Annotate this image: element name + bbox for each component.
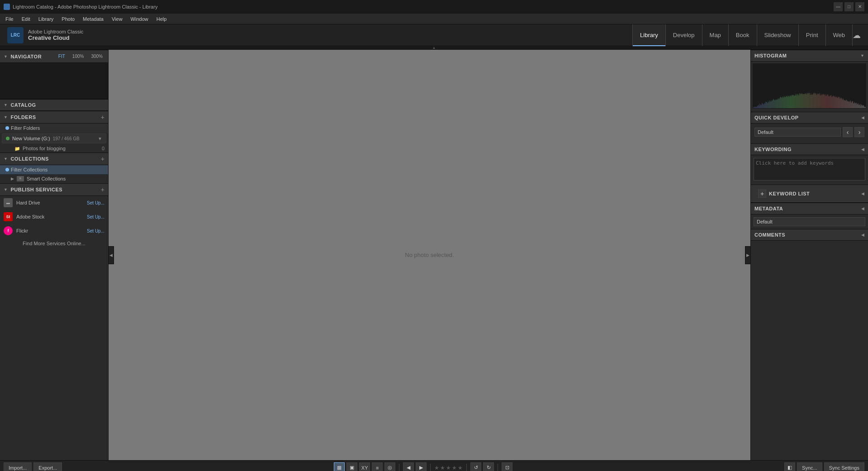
menu-metadata[interactable]: Metadata — [79, 15, 107, 23]
collections-title: ▼ Collections — [4, 156, 49, 162]
hard-drive-setup-btn[interactable]: Set Up... — [87, 200, 104, 205]
histogram-canvas — [753, 63, 866, 109]
minimize-button[interactable]: — — [834, 2, 843, 11]
navigator-header[interactable]: ▼ Navigator FIT 100% 300% — [0, 50, 108, 63]
quick-develop-arrow: ◀ — [861, 115, 864, 120]
keyword-add-btn[interactable]: + — [758, 190, 766, 198]
zoom-100-btn[interactable]: 100% — [71, 53, 86, 60]
adobe-stock-setup-btn[interactable]: Set Up... — [87, 214, 104, 219]
folders-add-btn[interactable]: + — [101, 114, 104, 120]
maximize-button[interactable]: □ — [844, 2, 854, 11]
sync-button[interactable]: Sync... — [797, 462, 822, 471]
filter-folders-item[interactable]: Filter Folders — [0, 124, 108, 133]
cloud-icon[interactable]: ☁ — [853, 30, 861, 40]
tab-develop[interactable]: Develop — [666, 24, 702, 46]
keywording-header[interactable]: Keywording ◀ — [751, 143, 868, 155]
flickr-icon: f — [4, 226, 13, 235]
toolbar-divider-4 — [498, 464, 498, 471]
menu-library[interactable]: Library — [35, 15, 57, 23]
keywording-content — [751, 155, 868, 185]
volume-arrow-icon: ▼ — [98, 136, 102, 141]
next-btn[interactable]: ▶ — [416, 462, 427, 471]
menu-file[interactable]: File — [2, 15, 17, 23]
volume-name: New Volume (G:) — [12, 136, 50, 141]
histogram-header[interactable]: Histogram ▼ — [751, 50, 868, 62]
folder-icon: 📁 — [14, 146, 20, 151]
navigator-preview — [0, 63, 108, 99]
keyword-list-title: Keyword List — [769, 191, 810, 196]
adobe-stock-icon: St — [4, 212, 13, 221]
rotate-ccw-btn[interactable]: ↺ — [470, 462, 481, 471]
tab-print[interactable]: Print — [799, 24, 826, 46]
collections-header[interactable]: ▼ Collections + — [0, 152, 108, 165]
star-3[interactable]: ★ — [446, 465, 451, 471]
crop-btn[interactable]: ⊡ — [502, 462, 512, 471]
import-button[interactable]: Import... — [4, 462, 32, 471]
quick-develop-title: Quick Develop — [754, 115, 799, 120]
export-button[interactable]: Export... — [33, 462, 62, 471]
folders-header[interactable]: ▼ Folders + — [0, 111, 108, 124]
smart-collections-item[interactable]: ▶ ≡ Smart Collections — [0, 174, 108, 183]
menu-photo[interactable]: Photo — [58, 15, 78, 23]
tab-slideshow[interactable]: Slideshow — [757, 24, 799, 46]
collections-add-btn[interactable]: + — [101, 156, 104, 162]
zoom-300-btn[interactable]: 300% — [89, 53, 104, 60]
service-adobe-stock[interactable]: St Adobe Stock Set Up... — [0, 210, 108, 224]
star-5[interactable]: ★ — [458, 465, 463, 471]
metadata-header[interactable]: Metadata ◀ — [751, 203, 868, 214]
menu-window[interactable]: Window — [127, 15, 152, 23]
tab-web[interactable]: Web — [826, 24, 853, 46]
menu-edit[interactable]: Edit — [18, 15, 34, 23]
loupe-view-btn[interactable]: ▣ — [346, 462, 357, 471]
toolbar-divider-1 — [399, 464, 399, 471]
metadata-preset-dropdown[interactable]: Default — [754, 217, 865, 226]
sync-settings-button[interactable]: Sync Settings — [824, 462, 864, 471]
close-button[interactable]: ✕ — [855, 2, 864, 11]
smart-collections-expand[interactable]: ▶ — [11, 176, 14, 181]
star-4[interactable]: ★ — [452, 465, 457, 471]
catalog-title: ▼ Catalog — [4, 102, 36, 108]
star-1[interactable]: ★ — [434, 465, 439, 471]
compare-view-btn[interactable]: XY — [359, 462, 370, 471]
preset-prev-btn[interactable]: ‹ — [843, 127, 853, 137]
prev-btn[interactable]: ◀ — [403, 462, 414, 471]
people-view-btn[interactable]: ◎ — [384, 462, 395, 471]
keywording-input[interactable] — [754, 158, 865, 181]
lrc-app-name: Adobe Lightroom Classic — [28, 29, 83, 34]
preset-dropdown[interactable]: Default — [754, 128, 841, 137]
subfolder-photos-blogging[interactable]: 📁 Photos for blogging 0 — [0, 144, 108, 152]
catalog-header[interactable]: ▼ Catalog — [0, 99, 108, 111]
service-flickr[interactable]: f Flickr Set Up... — [0, 224, 108, 238]
filter-collections-item[interactable]: Filter Collections — [0, 165, 108, 174]
left-panel-toggle-btn[interactable]: ◧ — [784, 462, 795, 471]
keyword-list-header[interactable]: + Keyword List ◀ — [751, 185, 868, 203]
window-controls[interactable]: — □ ✕ — [834, 2, 864, 11]
menu-help[interactable]: Help — [153, 15, 171, 23]
preset-row: Default ‹ › — [754, 127, 864, 137]
zoom-fit-btn[interactable]: FIT — [57, 53, 67, 60]
title-bar: Lightroom Catalog - Adobe Photoshop Ligh… — [0, 0, 868, 14]
bottom-toolbar: Import... Export... ▦ ▣ XY ≡ ◎ ◀ ▶ ★ ★ ★… — [0, 460, 868, 471]
star-2[interactable]: ★ — [440, 465, 445, 471]
tab-library[interactable]: Library — [632, 24, 666, 46]
tab-map[interactable]: Map — [702, 24, 729, 46]
top-collapse-handle[interactable]: ▲ — [0, 46, 868, 50]
find-more-services-btn[interactable]: Find More Services Online... — [0, 238, 108, 249]
comments-header[interactable]: Comments ◀ — [751, 229, 868, 241]
toolbar-right: ◧ Sync... Sync Settings — [784, 462, 864, 471]
publish-services-header[interactable]: ▼ Publish Services + — [0, 183, 108, 196]
publish-services-add-btn[interactable]: + — [101, 186, 104, 193]
filter-folders-dot — [5, 126, 9, 130]
rotate-cw-btn[interactable]: ↻ — [483, 462, 494, 471]
service-hard-drive[interactable]: ▬ Hard Drive Set Up... — [0, 196, 108, 210]
tab-book[interactable]: Book — [729, 24, 757, 46]
left-panel-collapse-handle[interactable]: ◀ — [109, 246, 114, 264]
preset-next-btn[interactable]: › — [854, 127, 864, 137]
grid-view-btn[interactable]: ▦ — [334, 462, 345, 471]
volume-item[interactable]: New Volume (G:) 197 / 466 GB ▼ — [2, 133, 106, 143]
survey-view-btn[interactable]: ≡ — [372, 462, 383, 471]
flickr-setup-btn[interactable]: Set Up... — [87, 228, 104, 233]
menu-view[interactable]: View — [108, 15, 126, 23]
quick-develop-header[interactable]: Quick Develop ◀ — [751, 112, 868, 124]
right-panel-collapse-handle[interactable]: ▶ — [745, 246, 750, 264]
